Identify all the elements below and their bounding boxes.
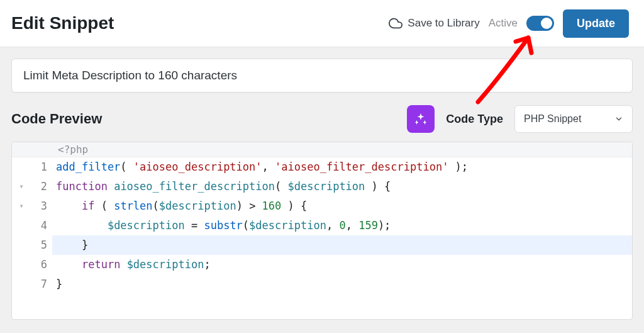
- ai-sparkle-button[interactable]: [407, 105, 435, 133]
- snippet-title-input[interactable]: [11, 59, 633, 93]
- code-preview-header: Code Preview Code Type PHP Snippet: [11, 105, 633, 133]
- code-editor[interactable]: <?php ▾ ▾ 1 2 3 4 5 6 7 add_fi: [11, 142, 633, 320]
- fold-gutter[interactable]: ▾ ▾: [12, 157, 31, 294]
- page-title: Edit Snippet: [11, 13, 114, 33]
- save-to-library-button[interactable]: Save to Library: [389, 16, 479, 30]
- code-type-label: Code Type: [446, 113, 503, 126]
- editor-prologue: <?php: [12, 142, 632, 157]
- update-button[interactable]: Update: [563, 9, 629, 38]
- header-bar: Edit Snippet Save to Library Active Upda…: [0, 0, 644, 47]
- code-line: }: [52, 235, 632, 255]
- toggle-knob-icon: [541, 18, 552, 29]
- chevron-down-icon: [614, 115, 623, 123]
- code-line: function aioseo_filter_description( $des…: [52, 177, 632, 196]
- code-line: return $description;: [52, 255, 632, 274]
- cloud-icon: [389, 16, 402, 30]
- body-area: Code Preview Code Type PHP Snippet <?php: [0, 47, 644, 331]
- code-content[interactable]: add_filter( 'aioseo_description', 'aiose…: [52, 157, 632, 294]
- code-line: if ( strlen($description) > 160 ) {: [52, 196, 632, 216]
- active-toggle[interactable]: [526, 16, 554, 31]
- code-type-select[interactable]: PHP Snippet: [514, 105, 633, 133]
- active-label: Active: [489, 17, 518, 30]
- line-numbers: 1 2 3 4 5 6 7: [31, 157, 52, 294]
- sparkle-icon: [414, 112, 428, 126]
- code-line: add_filter( 'aioseo_description', 'aiose…: [52, 157, 632, 177]
- code-line: $description = substr($description, 0, 1…: [52, 216, 632, 235]
- code-line: }: [52, 274, 632, 294]
- code-preview-title: Code Preview: [11, 111, 102, 127]
- save-to-library-label: Save to Library: [408, 17, 479, 30]
- editor-body: ▾ ▾ 1 2 3 4 5 6 7 add_filter( 'aioseo_de…: [12, 157, 632, 319]
- code-type-value: PHP Snippet: [524, 113, 581, 125]
- header-actions: Save to Library Active Update: [389, 9, 629, 38]
- code-preview-controls: Code Type PHP Snippet: [407, 105, 633, 133]
